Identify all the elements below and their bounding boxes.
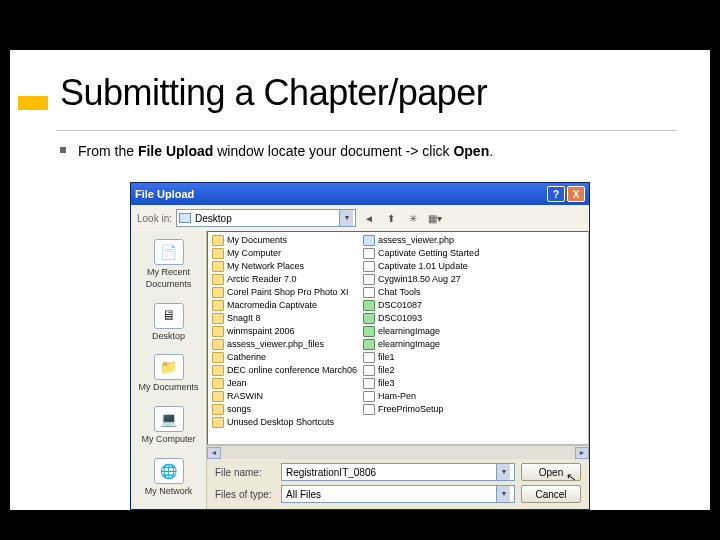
- file-name-value: RegistrationIT_0806: [286, 466, 376, 479]
- file-name: Arctic Reader 7.0: [227, 274, 297, 286]
- title-row: Submitting a Chapter/paper: [10, 50, 710, 114]
- scroll-left-button[interactable]: ◄: [207, 447, 221, 459]
- file-name: file3: [378, 378, 395, 390]
- file-name: DSC01093: [378, 313, 422, 325]
- place-recent[interactable]: 📄My Recent Documents: [131, 235, 206, 298]
- file-name: elearningImage: [378, 326, 440, 338]
- list-item[interactable]: winmspaint 2006: [212, 325, 357, 338]
- folder-icon: [212, 313, 224, 324]
- folder-icon: [212, 404, 224, 415]
- slide-body: From the File Upload window locate your …: [10, 114, 710, 510]
- folder-icon: [212, 300, 224, 311]
- list-item[interactable]: Macromedia Captivate: [212, 299, 357, 312]
- file-name: DSC01087: [378, 300, 422, 312]
- file-name: Captivate Getting Started: [378, 248, 479, 260]
- list-item[interactable]: Ham-Pen: [363, 390, 479, 403]
- list-item[interactable]: Captivate 1.01 Update: [363, 260, 479, 273]
- place-desktop[interactable]: 🖥Desktop: [131, 299, 206, 351]
- file-name-field[interactable]: RegistrationIT_0806 ▾: [281, 463, 515, 481]
- file-name: My Network Places: [227, 261, 304, 273]
- list-item[interactable]: file3: [363, 377, 479, 390]
- chevron-down-icon[interactable]: ▾: [496, 486, 510, 502]
- list-item[interactable]: assess_viewer.php_files: [212, 338, 357, 351]
- new-folder-button[interactable]: ✳: [404, 209, 422, 227]
- list-item[interactable]: SnagIt 8: [212, 312, 357, 325]
- file-name: RASWIN: [227, 391, 263, 403]
- list-item[interactable]: Unused Desktop Shortcuts: [212, 416, 357, 429]
- list-item[interactable]: Arctic Reader 7.0: [212, 273, 357, 286]
- text-bold: File Upload: [138, 143, 213, 159]
- file-name: FreePrimoSetup: [378, 404, 444, 416]
- file-name: Captivate 1.01 Update: [378, 261, 468, 273]
- list-item[interactable]: FreePrimoSetup: [363, 403, 479, 416]
- bullet-icon: [60, 147, 66, 153]
- list-item[interactable]: assess_viewer.php: [363, 234, 479, 247]
- file-icon: [363, 261, 375, 272]
- list-item[interactable]: Captivate Getting Started: [363, 247, 479, 260]
- file-icon: [363, 378, 375, 389]
- documents-icon: 📁: [154, 354, 184, 380]
- bullet-text: From the File Upload window locate your …: [78, 142, 493, 160]
- file-name: Chat Tools: [378, 287, 420, 299]
- list-item[interactable]: file2: [363, 364, 479, 377]
- list-item[interactable]: file1: [363, 351, 479, 364]
- list-item[interactable]: DSC01087: [363, 299, 479, 312]
- list-item[interactable]: Chat Tools: [363, 286, 479, 299]
- chevron-down-icon[interactable]: ▾: [496, 464, 510, 480]
- file-name: file2: [378, 365, 395, 377]
- open-button[interactable]: Open ↖: [521, 463, 581, 481]
- list-item[interactable]: RASWIN: [212, 390, 357, 403]
- list-item[interactable]: Jean: [212, 377, 357, 390]
- dialog-title: File Upload: [135, 187, 194, 201]
- bullet-item: From the File Upload window locate your …: [60, 142, 660, 160]
- folder-icon: [212, 248, 224, 259]
- list-item[interactable]: Catherine: [212, 351, 357, 364]
- views-button[interactable]: ▦▾: [426, 209, 444, 227]
- back-button[interactable]: ◄: [360, 209, 378, 227]
- folder-icon: [212, 261, 224, 272]
- list-item[interactable]: My Network Places: [212, 260, 357, 273]
- file-icon: [363, 352, 375, 363]
- close-button[interactable]: X: [567, 186, 585, 202]
- chevron-down-icon[interactable]: ▾: [339, 210, 353, 226]
- list-item[interactable]: elearningImage: [363, 338, 479, 351]
- text-bold: Open: [453, 143, 489, 159]
- page-title: Submitting a Chapter/paper: [60, 72, 487, 114]
- place-computer[interactable]: 💻My Computer: [131, 402, 206, 454]
- up-button[interactable]: ⬆: [382, 209, 400, 227]
- dialog-container: File Upload ? X Look in: Desktop ▾ ◄ ⬆ ✳: [60, 182, 660, 510]
- list-item[interactable]: Cygwin18.50 Aug 27: [363, 273, 479, 286]
- file-name: assess_viewer.php_files: [227, 339, 324, 351]
- list-item[interactable]: My Documents: [212, 234, 357, 247]
- file-list[interactable]: My DocumentsMy ComputerMy Network Places…: [207, 231, 589, 445]
- file-icon: [363, 313, 375, 324]
- list-item[interactable]: Corel Paint Shop Pro Photo XI: [212, 286, 357, 299]
- place-label: My Documents: [138, 382, 198, 394]
- file-name: Corel Paint Shop Pro Photo XI: [227, 287, 349, 299]
- scroll-track[interactable]: [221, 447, 575, 459]
- help-button[interactable]: ?: [547, 186, 565, 202]
- folder-icon: [212, 235, 224, 246]
- list-item[interactable]: songs: [212, 403, 357, 416]
- list-item[interactable]: DEC online conference March06: [212, 364, 357, 377]
- place-network[interactable]: 🌐My Network: [131, 454, 206, 506]
- file-icon: [363, 339, 375, 350]
- title-divider: [56, 130, 676, 131]
- text: .: [489, 143, 493, 159]
- list-item[interactable]: DSC01093: [363, 312, 479, 325]
- list-item[interactable]: My Computer: [212, 247, 357, 260]
- file-name: Jean: [227, 378, 247, 390]
- place-documents[interactable]: 📁My Documents: [131, 350, 206, 402]
- folder-icon: [212, 365, 224, 376]
- list-item[interactable]: elearningImage: [363, 325, 479, 338]
- file-type-field[interactable]: All Files ▾: [281, 485, 515, 503]
- horizontal-scrollbar[interactable]: ◄ ►: [207, 445, 589, 459]
- dialog-titlebar[interactable]: File Upload ? X: [131, 183, 589, 205]
- look-in-value: Desktop: [195, 212, 232, 225]
- scroll-right-button[interactable]: ►: [575, 447, 589, 459]
- look-in-dropdown[interactable]: Desktop ▾: [176, 209, 356, 227]
- file-name: Ham-Pen: [378, 391, 416, 403]
- file-type-label: Files of type:: [215, 488, 275, 501]
- folder-icon: [212, 339, 224, 350]
- cancel-button[interactable]: Cancel: [521, 485, 581, 503]
